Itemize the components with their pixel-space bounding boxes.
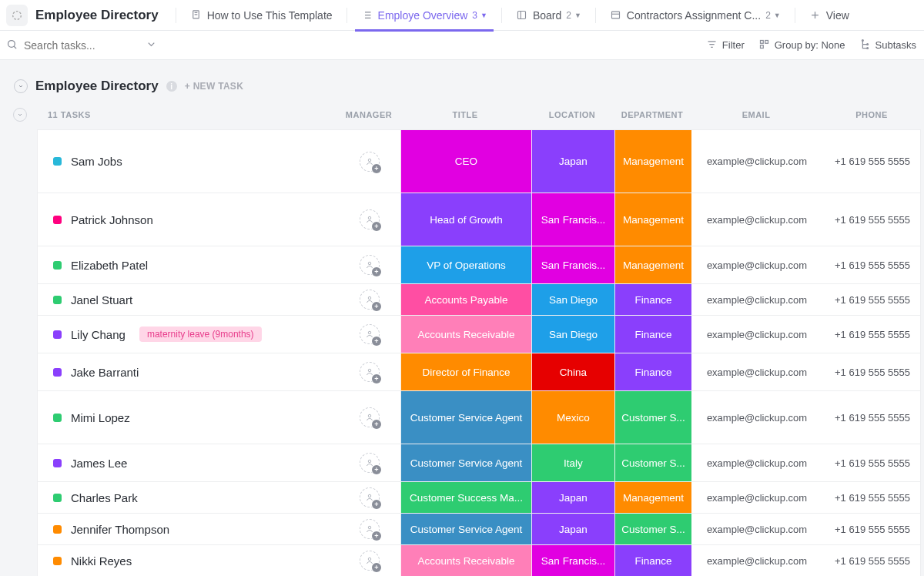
collapse-toggle[interactable] [14,79,28,93]
employee-name[interactable]: Sam Jobs [71,155,122,168]
assign-manager-button[interactable] [360,324,380,344]
tab-how-to-use[interactable]: How to Use This Template [184,0,339,31]
status-dot[interactable] [53,525,62,534]
cell-department[interactable]: Management [614,193,691,246]
table-row[interactable]: Mimi LopezCustomer Service AgentMexicoCu… [38,391,920,444]
assign-manager-button[interactable] [360,362,380,382]
table-row[interactable]: Patrick JohnsonHead of GrowthSan Francis… [38,193,920,246]
assign-manager-button[interactable] [360,209,380,229]
status-dot[interactable] [53,459,62,467]
table-row[interactable]: Jennifer ThompsonCustomer Service AgentJ… [38,514,920,545]
cell-email[interactable]: example@clickup.com [691,482,822,513]
cell-title[interactable]: Accounts Payable [400,284,531,315]
col-phone[interactable]: PHONE [822,110,922,119]
table-row[interactable]: Sam JobsCEOJapanManagementexample@clicku… [38,130,920,193]
cell-phone[interactable]: +1 619 555 5555 [822,353,922,390]
tag-pill[interactable]: maternity leave (9months) [139,327,262,342]
cell-phone[interactable]: +1 619 555 5555 [822,246,922,283]
employee-name[interactable]: James Lee [71,457,127,470]
cell-location[interactable]: San Diego [531,284,614,315]
col-email[interactable]: EMAIL [691,110,822,119]
assign-manager-button[interactable] [360,290,380,310]
cell-location[interactable]: China [531,353,614,390]
cell-phone[interactable]: +1 619 555 5555 [822,391,922,444]
cell-phone[interactable]: +1 619 555 5555 [822,514,922,544]
cell-location[interactable]: Japan [531,514,614,544]
cell-department[interactable]: Customer S... [614,514,691,544]
status-dot[interactable] [53,494,62,502]
employee-name[interactable]: Jake Barranti [71,366,139,379]
table-row[interactable]: Janel StuartAccounts PayableSan DiegoFin… [38,284,920,316]
tab-employee-overview[interactable]: Employe Overview 3▼ [355,0,494,31]
employee-name[interactable]: Charles Park [71,491,138,504]
subtasks-button[interactable]: Subtasks [859,39,916,52]
cell-department[interactable]: Finance [614,316,691,353]
cell-location[interactable]: San Francis... [531,193,614,246]
cell-title[interactable]: Customer Service Agent [400,391,531,444]
col-department[interactable]: DEPARTMENT [614,110,691,119]
employee-name[interactable]: Patrick Johnson [71,213,153,226]
cell-title[interactable]: Accounts Receivable [400,316,531,353]
cell-department[interactable]: Finance [614,353,691,390]
employee-name[interactable]: Elizabeth Patel [71,259,148,272]
cell-department[interactable]: Customer S... [614,444,691,481]
cell-location[interactable]: Japan [531,482,614,513]
employee-name[interactable]: Mimi Lopez [71,411,130,424]
cell-phone[interactable]: +1 619 555 5555 [822,545,922,576]
status-dot[interactable] [53,216,62,224]
add-view-button[interactable]: View [803,0,855,31]
cell-title[interactable]: Customer Service Agent [400,514,531,544]
status-dot[interactable] [53,557,62,565]
status-dot[interactable] [53,414,62,422]
cell-location[interactable]: San Diego [531,316,614,353]
cell-phone[interactable]: +1 619 555 5555 [822,482,922,513]
cell-phone[interactable]: +1 619 555 5555 [822,130,922,193]
status-dot[interactable] [53,296,62,304]
table-row[interactable]: James LeeCustomer Service AgentItalyCust… [38,444,920,482]
cell-phone[interactable]: +1 619 555 5555 [822,284,922,315]
cell-email[interactable]: example@clickup.com [691,514,822,544]
cell-email[interactable]: example@clickup.com [691,246,822,283]
table-row[interactable]: Nikki ReyesAccounts ReceivableSan Franci… [38,545,920,576]
group-by-button[interactable]: Group by: None [758,39,845,52]
employee-name[interactable]: Nikki Reyes [71,554,132,568]
employee-name[interactable]: Janel Stuart [71,293,132,306]
status-dot[interactable] [53,330,62,339]
table-row[interactable]: Elizabeth PatelVP of OperationsSan Franc… [38,246,920,284]
employee-name[interactable]: Lily Chang [71,328,126,341]
col-title[interactable]: TITLE [400,110,531,119]
cell-location[interactable]: Italy [531,444,614,481]
tab-board[interactable]: Board 2▼ [510,0,588,31]
assign-manager-button[interactable] [360,407,380,427]
table-row[interactable]: Lily Changmaternity leave (9months)Accou… [38,316,920,353]
cell-department[interactable]: Management [614,246,691,283]
status-dot[interactable] [53,157,62,166]
cell-email[interactable]: example@clickup.com [691,193,822,246]
assign-manager-button[interactable] [360,255,380,275]
cell-department[interactable]: Management [614,130,691,193]
cell-email[interactable]: example@clickup.com [691,130,822,193]
cell-location[interactable]: San Francis... [531,545,614,576]
assign-manager-button[interactable] [360,453,380,473]
cell-department[interactable]: Management [614,482,691,513]
new-task-button[interactable]: + NEW TASK [185,81,243,92]
col-manager[interactable]: MANAGER [338,110,400,119]
search-input[interactable] [24,39,139,52]
status-dot[interactable] [53,261,62,270]
expand-all-toggle[interactable] [13,108,27,122]
assign-manager-button[interactable] [360,551,380,571]
info-icon[interactable]: i [166,81,177,92]
assign-manager-button[interactable] [360,519,380,539]
cell-title[interactable]: Accounts Receivable [400,545,531,576]
status-dot[interactable] [53,368,62,377]
table-row[interactable]: Jake BarrantiDirector of FinanceChinaFin… [38,353,920,391]
assign-manager-button[interactable] [360,487,380,507]
cell-title[interactable]: Director of Finance [400,353,531,390]
chevron-down-icon[interactable] [146,39,157,52]
cell-phone[interactable]: +1 619 555 5555 [822,316,922,353]
cell-location[interactable]: Mexico [531,391,614,444]
filter-button[interactable]: Filter [706,39,745,52]
cell-department[interactable]: Customer S... [614,391,691,444]
cell-title[interactable]: VP of Operations [400,246,531,283]
table-row[interactable]: Charles ParkCustomer Success Ma...JapanM… [38,482,920,514]
